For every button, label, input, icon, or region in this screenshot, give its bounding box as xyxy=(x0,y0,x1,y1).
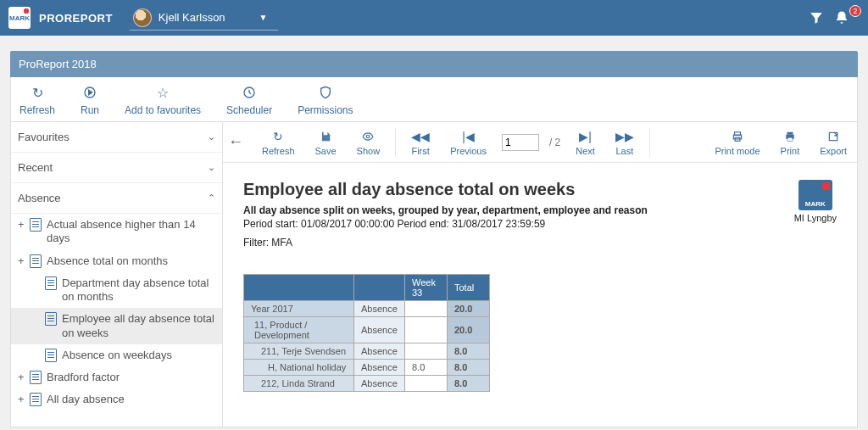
last-page-button[interactable]: ▶▶ Last xyxy=(610,129,639,156)
tree-item[interactable]: Employee all day absence total on weeks xyxy=(11,308,222,344)
run-button[interactable]: Run xyxy=(81,84,99,116)
sidebar: Favourites ⌄ Recent ⌄ Absence ⌃ +Actual … xyxy=(11,122,223,427)
avatar-icon xyxy=(133,8,152,27)
expand-icon[interactable]: + xyxy=(18,218,30,232)
filter-icon[interactable] xyxy=(809,10,834,25)
row-label: H, National holiday xyxy=(244,360,354,376)
row-week xyxy=(405,317,448,343)
clock-icon xyxy=(242,84,256,101)
table-header-spacer2 xyxy=(354,275,405,301)
tree-item[interactable]: +Actual absence higher than 14 days xyxy=(11,214,222,250)
svg-point-2 xyxy=(367,135,370,138)
table-row: Year 2017Absence20.0 xyxy=(244,301,490,317)
row-total: 8.0 xyxy=(448,343,490,360)
row-week xyxy=(405,376,448,392)
save-icon xyxy=(320,129,331,144)
permissions-button[interactable]: Permissions xyxy=(298,84,353,116)
play-icon xyxy=(83,84,97,101)
print-label: Print xyxy=(781,146,800,156)
export-label: Export xyxy=(820,146,847,156)
tree-item-label: Bradford factor xyxy=(47,371,215,384)
first-page-button[interactable]: ◀◀ First xyxy=(406,129,435,156)
previous-icon: |◀ xyxy=(462,129,475,144)
previous-page-button[interactable]: |◀ Previous xyxy=(445,129,492,156)
print-mode-label: Print mode xyxy=(715,146,760,156)
chevron-down-icon: ⌄ xyxy=(208,131,215,142)
product-name: PROREPORT xyxy=(39,12,113,25)
brand-logo-icon: MARK xyxy=(8,7,31,29)
scheduler-button[interactable]: Scheduler xyxy=(226,84,272,116)
tree-item-label: Absence total on months xyxy=(47,254,215,268)
refresh-button[interactable]: ↻ Refresh xyxy=(19,84,55,116)
row-week xyxy=(405,301,448,317)
notifications-icon[interactable]: 2 xyxy=(834,10,860,25)
table-row: 11, Product / DevelopmentAbsence20.0 xyxy=(244,317,490,343)
last-icon: ▶▶ xyxy=(615,129,634,144)
work-area: Favourites ⌄ Recent ⌄ Absence ⌃ +Actual … xyxy=(10,122,858,427)
document-icon xyxy=(30,218,42,232)
print-button[interactable]: Print xyxy=(776,129,805,156)
export-icon xyxy=(827,129,839,144)
table-row: H, National holidayAbsence8.08.0 xyxy=(244,360,490,376)
chevron-down-icon: ⌄ xyxy=(208,162,215,173)
row-week xyxy=(405,343,448,360)
viewer-show-label: Show xyxy=(357,146,381,156)
tree-item[interactable]: Absence on weekdays xyxy=(11,344,222,366)
first-icon: ◀◀ xyxy=(411,129,430,144)
scheduler-label: Scheduler xyxy=(226,104,272,116)
brand-logo-text: MARK xyxy=(9,14,30,22)
row-type: Absence xyxy=(354,360,405,376)
absence-section[interactable]: Absence ⌃ xyxy=(11,183,222,214)
favourites-section[interactable]: Favourites ⌄ xyxy=(11,122,222,153)
tree-item[interactable]: +All day absence xyxy=(11,388,222,410)
page-title: ProReport 2018 xyxy=(10,51,858,77)
table-row: 211, Terje SvendsenAbsence8.0 xyxy=(244,343,490,360)
recent-section-label: Recent xyxy=(18,161,53,174)
row-type: Absence xyxy=(354,301,405,317)
export-button[interactable]: Export xyxy=(815,129,852,156)
row-total: 20.0 xyxy=(448,301,490,317)
document-icon xyxy=(30,254,42,268)
row-label: 211, Terje Svendsen xyxy=(244,343,354,360)
main-toolbar: ↻ Refresh Run ☆ Add to favourites Schedu… xyxy=(10,77,858,122)
add-favourites-button[interactable]: ☆ Add to favourites xyxy=(125,84,201,116)
tree-item[interactable]: +Absence total on months xyxy=(11,250,222,272)
back-arrow-icon[interactable]: ← xyxy=(228,133,247,151)
tree-item-label: Employee all day absence total on weeks xyxy=(62,312,215,340)
viewer-show-button[interactable]: Show xyxy=(352,129,386,156)
absence-section-label: Absence xyxy=(18,192,61,204)
report-content: Employee all day absence total on weeks … xyxy=(223,163,857,427)
expand-icon[interactable]: + xyxy=(18,254,30,268)
report-title: Employee all day absence total on weeks xyxy=(243,180,648,199)
next-page-button[interactable]: ▶| Next xyxy=(570,129,600,156)
document-icon xyxy=(45,312,57,326)
print-icon xyxy=(783,129,797,144)
expand-icon[interactable]: + xyxy=(18,371,30,384)
document-icon xyxy=(30,371,42,384)
table-header-total: Total xyxy=(448,275,490,301)
page-number-input[interactable] xyxy=(502,134,539,151)
viewer-save-button[interactable]: Save xyxy=(310,129,342,156)
table-header-spacer xyxy=(244,275,354,301)
user-dropdown[interactable]: Kjell Karlsson ▼ xyxy=(130,6,278,31)
viewer-refresh-button[interactable]: ↻ Refresh xyxy=(257,129,300,156)
row-week: 8.0 xyxy=(405,360,448,376)
row-total: 8.0 xyxy=(448,360,490,376)
expand-icon[interactable]: + xyxy=(18,393,30,406)
report-subtitle: All day absence split on weeks, grouped … xyxy=(243,204,648,216)
viewer-toolbar: ← ↻ Refresh Save Show ◀◀ First xyxy=(223,122,857,163)
row-type: Absence xyxy=(354,317,405,343)
document-icon xyxy=(45,276,57,290)
print-mode-button[interactable]: Print mode xyxy=(709,129,765,156)
row-label: Year 2017 xyxy=(244,301,354,317)
report-table: Week 33 Total Year 2017Absence20.011, Pr… xyxy=(243,274,490,392)
viewer-save-label: Save xyxy=(315,146,337,156)
tree-item[interactable]: Department day absence total on months xyxy=(11,272,222,309)
tree-item-label: Absence on weekdays xyxy=(62,349,215,362)
recent-section[interactable]: Recent ⌄ xyxy=(11,153,222,183)
refresh-label: Refresh xyxy=(19,104,55,116)
row-type: Absence xyxy=(354,343,405,360)
company-logo-text: MARK xyxy=(805,200,826,208)
tree-item-label: Department day absence total on months xyxy=(62,276,215,304)
tree-item[interactable]: +Bradford factor xyxy=(11,366,222,388)
